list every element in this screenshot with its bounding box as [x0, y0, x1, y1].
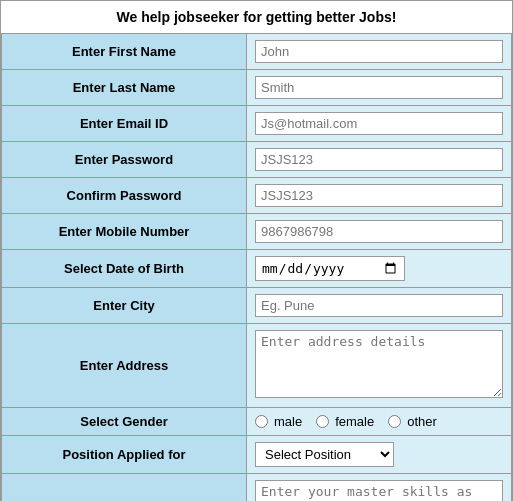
table-row: Enter Address	[2, 324, 512, 408]
table-row: Select Gender male female other	[2, 408, 512, 436]
gender-male-label: male	[274, 414, 302, 429]
first-name-input[interactable]	[255, 40, 503, 63]
page-header: We help jobseeker for getting better Job…	[1, 1, 512, 33]
form-table: Enter First Name Enter Last Name Enter E…	[1, 33, 512, 501]
password-label: Enter Password	[2, 142, 247, 178]
password-input[interactable]	[255, 148, 503, 171]
table-row: Enter Last Name	[2, 70, 512, 106]
table-row: Enter City	[2, 288, 512, 324]
address-textarea[interactable]	[255, 330, 503, 398]
dob-input[interactable]	[255, 256, 405, 281]
gender-other-label: other	[407, 414, 437, 429]
table-row: Enter Email ID	[2, 106, 512, 142]
gender-female-label: female	[335, 414, 374, 429]
last-name-label: Enter Last Name	[2, 70, 247, 106]
address-label: Enter Address	[2, 324, 247, 408]
last-name-input[interactable]	[255, 76, 503, 99]
confirm-password-label: Confirm Password	[2, 178, 247, 214]
city-label: Enter City	[2, 288, 247, 324]
email-label: Enter Email ID	[2, 106, 247, 142]
table-row: Enter Mobile Number	[2, 214, 512, 250]
table-row: Confirm Password	[2, 178, 512, 214]
table-row: Additional skills or Certifications	[2, 474, 512, 502]
gender-radio-group: male female other	[255, 414, 503, 429]
gender-label: Select Gender	[2, 408, 247, 436]
position-label: Position Applied for	[2, 436, 247, 474]
table-row: Enter Password	[2, 142, 512, 178]
table-row: Position Applied for Select Position Sof…	[2, 436, 512, 474]
dob-label: Select Date of Birth	[2, 250, 247, 288]
mobile-input[interactable]	[255, 220, 503, 243]
skills-label: Additional skills or Certifications	[2, 474, 247, 502]
city-input[interactable]	[255, 294, 503, 317]
form-container: We help jobseeker for getting better Job…	[0, 0, 513, 501]
table-row: Enter First Name	[2, 34, 512, 70]
table-row: Select Date of Birth	[2, 250, 512, 288]
skills-textarea[interactable]	[255, 480, 503, 501]
mobile-label: Enter Mobile Number	[2, 214, 247, 250]
header-title: We help jobseeker for getting better Job…	[117, 9, 397, 25]
position-select[interactable]: Select Position Software Engineer Design…	[255, 442, 394, 467]
first-name-label: Enter First Name	[2, 34, 247, 70]
gender-other-radio[interactable]	[388, 415, 401, 428]
gender-female-radio[interactable]	[316, 415, 329, 428]
gender-male-radio[interactable]	[255, 415, 268, 428]
confirm-password-input[interactable]	[255, 184, 503, 207]
email-input[interactable]	[255, 112, 503, 135]
